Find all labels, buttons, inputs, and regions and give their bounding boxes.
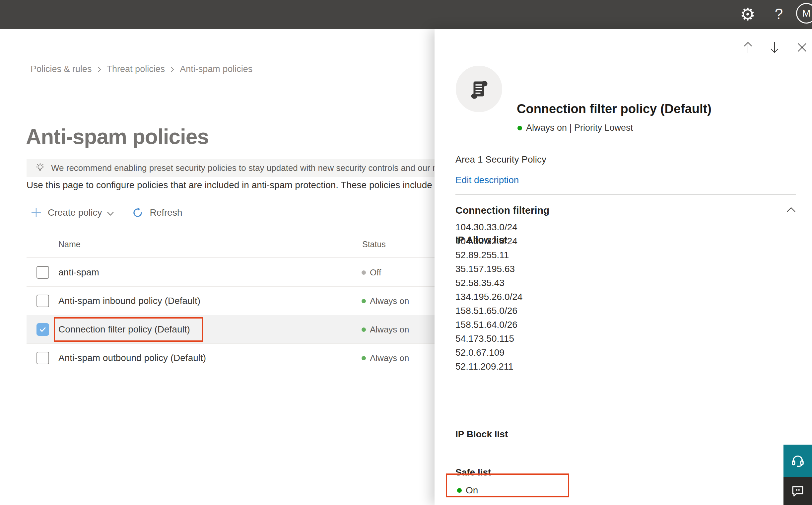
refresh-icon [132,207,144,219]
breadcrumb: Policies & rules Threat policies Anti-sp… [30,64,252,74]
banner-text: We recommend enabling preset security po… [51,163,435,173]
row-checkbox[interactable] [36,295,49,307]
feedback-button[interactable] [784,477,812,505]
ip-entry: 158.51.65.0/26 [455,304,523,318]
status-dot-on [362,356,366,360]
ip-block-list-label: IP Block list [455,429,508,440]
status-dot-on [362,328,366,332]
page-title: Anti-spam policies [26,125,209,149]
status-label: Always on [370,353,409,363]
page-description: Use this page to configure policies that… [26,180,435,193]
policy-name[interactable]: anti-spam [58,267,99,278]
status-cell: Off [362,268,381,278]
avatar[interactable]: M [796,3,812,24]
annotation-box [446,474,569,497]
create-policy-button[interactable]: Create policy [30,207,115,218]
breadcrumb-item-anti-spam-policies: Anti-spam policies [180,64,252,74]
ip-entry: 104.30.32.0/24 [455,234,523,248]
status-label: Always on [370,325,409,335]
chevron-down-icon [107,211,115,216]
column-header-name[interactable]: Name [58,239,80,249]
close-icon[interactable] [797,42,807,53]
top-bar: ⚙ ? M [0,0,812,29]
screen: ⚙ ? M Policies & rules Threat policies A… [0,0,812,505]
lightbulb-icon [34,162,46,174]
recommendation-banner: We recommend enabling preset security po… [26,159,435,177]
ip-entry: 104.30.33.0/24 [455,220,523,234]
plus-icon [30,207,42,218]
flyout-title: Connection filter policy (Default) [517,102,712,116]
headset-icon [790,453,805,469]
ip-entry: 54.173.50.115 [455,332,523,346]
status-label: Off [370,268,381,278]
chat-feedback-icon [791,484,805,498]
row-checkbox[interactable] [36,266,49,279]
collapse-chevron-up-icon[interactable] [786,207,796,213]
row-checkbox[interactable] [36,352,49,364]
ip-entry: 52.89.255.11 [455,248,523,262]
settings-gear-icon[interactable]: ⚙ [738,3,757,25]
annotation-box [54,317,203,342]
ip-allow-list: 104.30.33.0/24 104.30.32.0/24 52.89.255.… [455,220,523,374]
support-button[interactable] [784,445,812,477]
status-label: Always on [370,296,409,306]
table-row[interactable]: Anti-spam outbound policy (Default) Alwa… [26,344,435,372]
next-item-arrow-down-icon[interactable] [769,41,780,54]
section-divider [455,194,796,194]
table-row[interactable]: anti-spam Off [26,258,435,287]
status-dot-off [362,271,366,275]
row-divider [26,372,435,372]
section-title-connection-filtering: Connection filtering [455,205,549,216]
policy-description: Area 1 Security Policy [455,154,546,165]
previous-item-arrow-up-icon[interactable] [742,41,754,54]
status-cell: Always on [362,325,409,335]
ip-entry: 35.157.195.63 [455,262,523,276]
policy-name[interactable]: Anti-spam inbound policy (Default) [58,296,200,306]
table-row-selected[interactable]: Connection filter policy (Default) Alway… [26,315,435,344]
row-checkbox-checked[interactable] [36,323,49,336]
ip-entry: 158.51.64.0/26 [455,318,523,332]
ip-entry: 52.11.209.211 [455,360,523,374]
ip-entry: 52.58.35.43 [455,276,523,290]
breadcrumb-item-threat-policies[interactable]: Threat policies [107,64,165,74]
column-header-status[interactable]: Status [362,239,386,249]
help-icon[interactable]: ? [772,3,786,25]
refresh-button[interactable]: Refresh [132,207,187,219]
chevron-right-icon [97,66,102,73]
create-policy-label: Create policy [48,207,102,218]
refresh-label: Refresh [150,207,182,218]
ip-entry: 52.0.67.109 [455,346,523,360]
policy-name[interactable]: Anti-spam outbound policy (Default) [58,353,206,363]
policy-icon-circle [456,66,502,112]
breadcrumb-item-policies-rules[interactable]: Policies & rules [30,64,92,74]
flyout-status: Always on | Priority Lowest [518,123,633,133]
toolbar: Create policy Refresh [30,204,187,221]
chevron-right-icon [170,66,175,73]
status-cell: Always on [362,353,409,363]
status-dot-on [362,299,366,303]
status-cell: Always on [362,296,409,306]
edit-description-link[interactable]: Edit description [455,175,519,185]
table-row[interactable]: Anti-spam inbound policy (Default) Alway… [26,287,435,315]
details-flyout: Connection filter policy (Default) Alway… [434,29,812,505]
status-dot-on [518,126,522,130]
flyout-status-label: Always on | Priority Lowest [526,123,633,133]
ip-entry: 134.195.26.0/24 [455,290,523,304]
scroll-policy-icon [467,77,491,101]
